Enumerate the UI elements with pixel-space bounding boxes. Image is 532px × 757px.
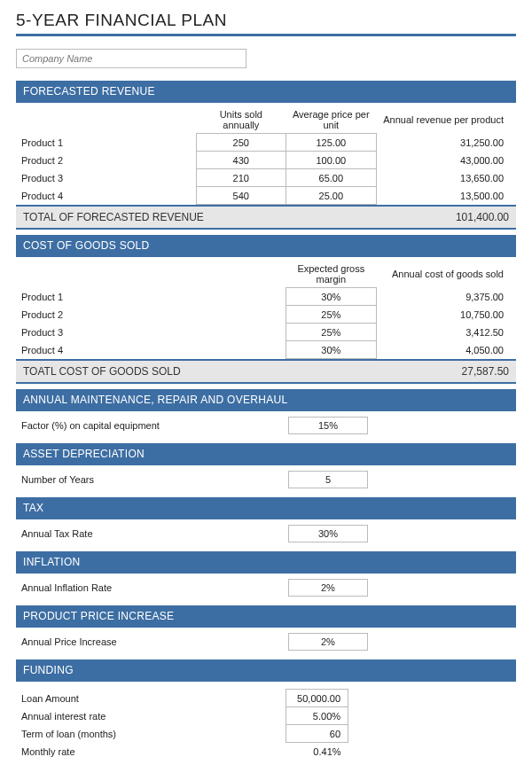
revenue-total-value: 101,400.00 xyxy=(456,211,509,223)
depreciation-row: Number of Years 5 xyxy=(16,465,516,497)
tax-value[interactable]: 30% xyxy=(288,525,367,542)
cogs-total-label: TOATL COST OF GOODS SOLD xyxy=(23,365,181,378)
table-row: Product 4 540 25.00 13,500.00 xyxy=(16,187,516,205)
funding-value[interactable]: 5.00% xyxy=(286,707,348,725)
revenue-total-label: TOTAL OF FORECASTED REVENUE xyxy=(23,211,204,223)
product-name: Product 3 xyxy=(16,169,196,187)
table-row: Product 3 210 65.00 13,650.00 xyxy=(16,169,516,187)
table-row: Product 4 30% 4,050.00 xyxy=(16,341,516,359)
section-header-revenue: FORECASTED REVENUE xyxy=(16,81,516,103)
table-row: Annual interest rate 5.00% xyxy=(16,707,516,725)
annual-cell: 13,500.00 xyxy=(376,187,516,205)
section-header-cogs: COST OF GOODS SOLD xyxy=(16,235,516,257)
tax-row: Annual Tax Rate 30% xyxy=(16,519,516,551)
price-increase-value[interactable]: 2% xyxy=(288,633,367,651)
revenue-total-bar: TOTAL OF FORECASTED REVENUE 101,400.00 xyxy=(16,205,516,230)
section-header-funding: FUNDING xyxy=(16,659,516,682)
units-cell[interactable]: 540 xyxy=(196,187,286,205)
section-header-depreciation: ASSET DEPRECIATION xyxy=(16,443,516,465)
price-cell[interactable]: 125.00 xyxy=(286,134,377,152)
cogs-table: Expected gross margin Annual cost of goo… xyxy=(16,261,516,359)
product-name: Product 1 xyxy=(16,288,196,306)
units-cell[interactable]: 210 xyxy=(196,169,286,187)
col-annual-header: Annual revenue per product xyxy=(376,106,516,134)
table-row: Loan Amount 50,000.00 xyxy=(16,690,516,707)
table-row: Product 2 430 100.00 43,000.00 xyxy=(16,152,516,169)
units-cell[interactable]: 430 xyxy=(196,152,286,169)
table-row: Product 1 250 125.00 31,250.00 xyxy=(16,134,516,152)
product-name: Product 4 xyxy=(16,341,196,359)
price-cell[interactable]: 100.00 xyxy=(286,152,377,169)
product-name: Product 4 xyxy=(16,187,196,205)
cogs-annual-cell: 10,750.00 xyxy=(376,306,516,324)
inflation-value[interactable]: 2% xyxy=(288,579,367,597)
cogs-total-bar: TOATL COST OF GOODS SOLD 27,587.50 xyxy=(16,359,516,384)
product-name: Product 3 xyxy=(16,324,196,341)
funding-value[interactable]: 60 xyxy=(286,725,348,743)
product-name: Product 1 xyxy=(16,134,196,152)
price-cell[interactable]: 65.00 xyxy=(286,169,377,187)
cogs-annual-cell: 4,050.00 xyxy=(376,341,516,359)
depreciation-label: Number of Years xyxy=(21,474,200,485)
funding-label: Term of loan (months) xyxy=(16,725,196,743)
table-row: Product 2 25% 10,750.00 xyxy=(16,306,516,324)
price-cell[interactable]: 25.00 xyxy=(286,187,377,205)
cogs-annual-cell: 3,412.50 xyxy=(376,324,516,341)
section-header-price-increase: PRODUCT PRICE INCREASE xyxy=(16,605,516,628)
table-row: Product 3 25% 3,412.50 xyxy=(16,324,516,341)
margin-cell[interactable]: 25% xyxy=(286,306,377,324)
tax-label: Annual Tax Rate xyxy=(21,528,200,539)
funding-table: Loan Amount 50,000.00 Annual interest ra… xyxy=(16,689,516,757)
funding-value[interactable]: 50,000.00 xyxy=(286,690,348,707)
annual-cell: 31,250.00 xyxy=(376,134,516,152)
funding-value: 0.41% xyxy=(286,743,348,758)
funding-label: Loan Amount xyxy=(16,690,196,707)
margin-cell[interactable]: 30% xyxy=(286,288,377,306)
table-row: Product 1 30% 9,375.00 xyxy=(16,288,516,306)
col-units-header: Units sold annually xyxy=(196,106,286,134)
price-increase-label: Annual Price Increase xyxy=(21,636,200,647)
col-cogs-annual-header: Annual cost of goods sold xyxy=(376,261,516,288)
cogs-annual-cell: 9,375.00 xyxy=(376,288,516,306)
maintenance-row: Factor (%) on capital equipment 15% xyxy=(16,411,516,443)
margin-cell[interactable]: 30% xyxy=(286,341,377,359)
maintenance-label: Factor (%) on capital equipment xyxy=(21,420,200,431)
margin-cell[interactable]: 25% xyxy=(286,324,377,341)
inflation-row: Annual Inflation Rate 2% xyxy=(16,574,516,605)
funding-label: Monthly rate xyxy=(16,743,196,758)
table-row: Monthly rate 0.41% xyxy=(16,743,516,758)
price-increase-row: Annual Price Increase 2% xyxy=(16,628,516,659)
title-rule xyxy=(16,34,516,36)
table-row: Term of loan (months) 60 xyxy=(16,725,516,743)
company-name-input[interactable] xyxy=(16,49,246,68)
section-header-inflation: INFLATION xyxy=(16,551,516,574)
inflation-label: Annual Inflation Rate xyxy=(21,582,200,593)
product-name: Product 2 xyxy=(16,152,196,169)
annual-cell: 43,000.00 xyxy=(376,152,516,169)
col-margin-header: Expected gross margin xyxy=(286,261,377,288)
depreciation-value[interactable]: 5 xyxy=(288,471,367,488)
revenue-table: Units sold annually Average price per un… xyxy=(16,106,516,205)
section-header-tax: TAX xyxy=(16,497,516,519)
annual-cell: 13,650.00 xyxy=(376,169,516,187)
page-title: 5-YEAR FINANCIAL PLAN xyxy=(16,11,516,30)
section-header-maintenance: ANNUAL MAINTENANCE, REPAIR AND OVERHAUL xyxy=(16,389,516,411)
product-name: Product 2 xyxy=(16,306,196,324)
cogs-total-value: 27,587.50 xyxy=(462,365,509,378)
maintenance-value[interactable]: 15% xyxy=(288,417,367,434)
units-cell[interactable]: 250 xyxy=(196,134,286,152)
funding-label: Annual interest rate xyxy=(16,707,196,725)
col-price-header: Average price per unit xyxy=(286,106,377,134)
